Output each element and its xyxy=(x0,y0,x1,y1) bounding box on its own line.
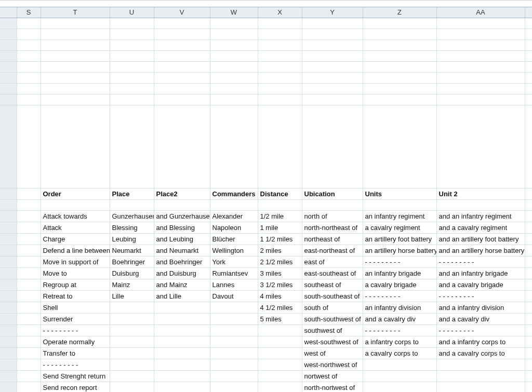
cell[interactable] xyxy=(525,18,532,29)
cell[interactable]: Boehringer xyxy=(110,256,154,268)
cell[interactable] xyxy=(363,200,436,211)
cell[interactable]: and an infantry brigade xyxy=(436,268,525,279)
spreadsheet-grid[interactable]: S T U V W X Y Z AA xyxy=(0,7,532,392)
row-header[interactable] xyxy=(0,348,17,359)
cell[interactable]: south-southeast of xyxy=(302,291,363,302)
cell[interactable]: and Duisburg xyxy=(154,268,210,279)
cell[interactable] xyxy=(41,40,110,51)
cell[interactable] xyxy=(210,29,258,40)
row-header[interactable] xyxy=(0,336,17,348)
cell[interactable] xyxy=(154,62,210,73)
cell[interactable]: 1 1/2 miles xyxy=(258,234,302,245)
cell[interactable]: 1/2 mile xyxy=(258,211,302,222)
cell[interactable] xyxy=(17,359,41,371)
cell[interactable]: and a cavalry div xyxy=(436,314,525,325)
cell[interactable] xyxy=(210,325,258,336)
cell[interactable] xyxy=(110,51,154,62)
table-row[interactable] xyxy=(0,18,532,29)
cell[interactable] xyxy=(436,371,525,382)
cell[interactable]: east of xyxy=(302,256,363,268)
cell-header-order[interactable]: Order xyxy=(41,188,110,200)
table-row[interactable] xyxy=(0,51,532,62)
cell[interactable]: and an artillery foot battery xyxy=(436,234,525,245)
cell[interactable] xyxy=(436,382,525,393)
cell[interactable]: Charge xyxy=(41,234,110,245)
cell[interactable] xyxy=(110,382,154,393)
cell[interactable]: an infantry division xyxy=(363,302,436,314)
cell[interactable] xyxy=(41,94,110,105)
table-row[interactable]: Send Strenght returnnortwest of xyxy=(0,371,532,382)
cell[interactable] xyxy=(154,348,210,359)
cell[interactable] xyxy=(525,256,532,268)
cell[interactable] xyxy=(436,94,525,105)
cell[interactable] xyxy=(525,371,532,382)
column-header-row[interactable]: S T U V W X Y Z AA xyxy=(0,7,532,18)
table-row[interactable]: Operate normallywest-southwest ofa infan… xyxy=(0,336,532,348)
cell[interactable]: west-southwest of xyxy=(302,336,363,348)
cell[interactable]: southeast of xyxy=(302,279,363,291)
cell[interactable] xyxy=(154,336,210,348)
cell[interactable] xyxy=(41,105,110,188)
cell[interactable]: 1 mile xyxy=(258,222,302,234)
cell[interactable] xyxy=(258,84,302,94)
cell[interactable] xyxy=(258,348,302,359)
row-header[interactable] xyxy=(0,211,17,222)
cell[interactable]: 3 miles xyxy=(258,268,302,279)
cell[interactable] xyxy=(258,200,302,211)
cell[interactable]: - - - - - - - - - xyxy=(363,325,436,336)
cell[interactable]: Blücher xyxy=(210,234,258,245)
cell[interactable]: west-northwest of xyxy=(302,359,363,371)
cell[interactable] xyxy=(110,105,154,188)
table-row[interactable] xyxy=(0,94,532,105)
cell[interactable] xyxy=(258,94,302,105)
row-header[interactable] xyxy=(0,291,17,302)
cell[interactable] xyxy=(17,302,41,314)
cell[interactable] xyxy=(363,84,436,94)
cell[interactable] xyxy=(17,325,41,336)
cell[interactable]: 4 1/2 miles xyxy=(258,302,302,314)
cell[interactable]: Regroup at xyxy=(41,279,110,291)
table-row[interactable]: Transfer towest ofa cavalry corps toand … xyxy=(0,348,532,359)
cell[interactable]: - - - - - - - - - xyxy=(436,256,525,268)
cell[interactable]: York xyxy=(210,256,258,268)
cell[interactable] xyxy=(525,268,532,279)
cell[interactable]: Attack towards xyxy=(41,211,110,222)
cell[interactable]: - - - - - - - - - xyxy=(41,359,110,371)
cell[interactable] xyxy=(154,371,210,382)
cell[interactable] xyxy=(436,18,525,29)
cell[interactable] xyxy=(154,29,210,40)
cell[interactable] xyxy=(41,18,110,29)
cell[interactable] xyxy=(154,325,210,336)
cell[interactable]: a cavalry brigade xyxy=(363,279,436,291)
cell[interactable] xyxy=(258,336,302,348)
cell[interactable]: Lannes xyxy=(210,279,258,291)
cell[interactable] xyxy=(110,314,154,325)
cell[interactable] xyxy=(210,62,258,73)
cell[interactable] xyxy=(110,325,154,336)
cell[interactable]: 2 1/2 miles xyxy=(258,256,302,268)
cell[interactable] xyxy=(302,73,363,84)
cell[interactable] xyxy=(17,105,41,188)
cell[interactable] xyxy=(436,200,525,211)
col-header-Y[interactable]: Y xyxy=(302,7,363,18)
cell[interactable]: Rumiantsev xyxy=(210,268,258,279)
cell[interactable]: Leubing xyxy=(110,234,154,245)
cell[interactable] xyxy=(210,40,258,51)
cell[interactable] xyxy=(210,382,258,393)
cell[interactable] xyxy=(525,73,532,84)
cell[interactable] xyxy=(210,371,258,382)
cell[interactable] xyxy=(41,84,110,94)
row-header[interactable] xyxy=(0,18,17,29)
cell-header-units[interactable]: Units xyxy=(363,188,436,200)
cell[interactable] xyxy=(110,200,154,211)
col-header-S[interactable]: S xyxy=(17,7,41,18)
cell[interactable]: Operate normally xyxy=(41,336,110,348)
cell[interactable]: - - - - - - - - - xyxy=(363,256,436,268)
table-row[interactable] xyxy=(0,40,532,51)
cell[interactable] xyxy=(525,336,532,348)
row-header[interactable] xyxy=(0,268,17,279)
cell[interactable]: and Lille xyxy=(154,291,210,302)
cell[interactable] xyxy=(210,18,258,29)
cell[interactable]: a cavalry corps to xyxy=(363,348,436,359)
cell[interactable]: a infantry corps to xyxy=(363,336,436,348)
